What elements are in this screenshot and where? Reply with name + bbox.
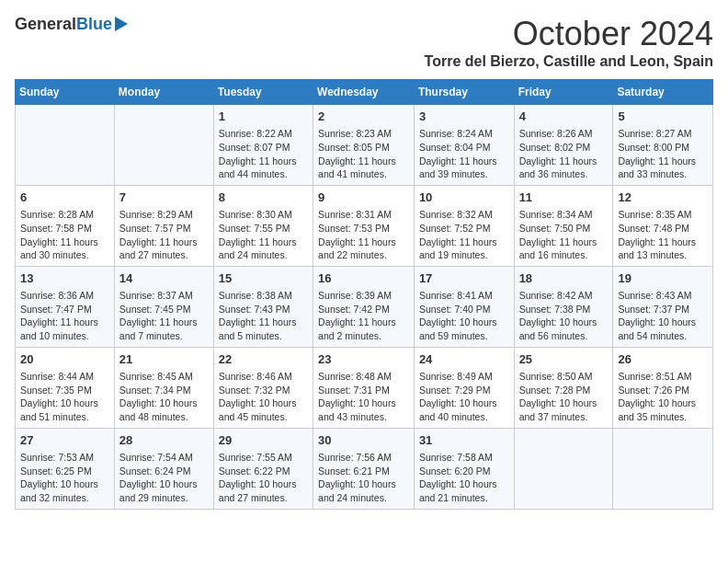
- day-number: 18: [519, 270, 609, 287]
- month-title: October 2024: [425, 15, 713, 53]
- day-info: Sunrise: 7:55 AM Sunset: 6:22 PM Dayligh…: [219, 451, 308, 505]
- day-info: Sunrise: 8:37 AM Sunset: 7:45 PM Dayligh…: [119, 289, 209, 343]
- day-number: 23: [318, 351, 409, 368]
- calendar-cell: 12Sunrise: 8:35 AM Sunset: 7:48 PM Dayli…: [613, 185, 713, 266]
- day-number: 17: [419, 270, 509, 287]
- page-header: General Blue October 2024 Torre del Bier…: [15, 15, 713, 70]
- day-number: 2: [318, 109, 409, 125]
- day-number: 3: [419, 109, 509, 125]
- calendar-cell: [16, 105, 115, 186]
- day-number: 22: [219, 351, 308, 368]
- day-info: Sunrise: 8:30 AM Sunset: 7:55 PM Dayligh…: [219, 208, 308, 262]
- day-header-tuesday: Tuesday: [213, 80, 313, 105]
- day-info: Sunrise: 8:41 AM Sunset: 7:40 PM Dayligh…: [419, 289, 509, 343]
- calendar-header-row: SundayMondayTuesdayWednesdayThursdayFrid…: [16, 80, 713, 105]
- day-info: Sunrise: 8:44 AM Sunset: 7:35 PM Dayligh…: [20, 370, 109, 424]
- calendar-cell: 9Sunrise: 8:31 AM Sunset: 7:53 PM Daylig…: [313, 185, 415, 266]
- day-info: Sunrise: 8:49 AM Sunset: 7:29 PM Dayligh…: [419, 370, 509, 424]
- day-info: Sunrise: 8:42 AM Sunset: 7:38 PM Dayligh…: [519, 289, 609, 343]
- day-info: Sunrise: 8:35 AM Sunset: 7:48 PM Dayligh…: [618, 208, 708, 262]
- day-number: 31: [419, 432, 509, 449]
- day-info: Sunrise: 8:23 AM Sunset: 8:05 PM Dayligh…: [318, 127, 409, 181]
- day-info: Sunrise: 8:31 AM Sunset: 7:53 PM Dayligh…: [318, 208, 409, 262]
- day-info: Sunrise: 8:38 AM Sunset: 7:43 PM Dayligh…: [219, 289, 308, 343]
- week-row-3: 13Sunrise: 8:36 AM Sunset: 7:47 PM Dayli…: [16, 266, 713, 347]
- calendar-cell: 15Sunrise: 8:38 AM Sunset: 7:43 PM Dayli…: [213, 266, 313, 347]
- day-info: Sunrise: 8:32 AM Sunset: 7:52 PM Dayligh…: [419, 208, 509, 262]
- day-info: Sunrise: 7:53 AM Sunset: 6:25 PM Dayligh…: [20, 451, 109, 505]
- calendar-cell: 19Sunrise: 8:43 AM Sunset: 7:37 PM Dayli…: [613, 266, 713, 347]
- day-info: Sunrise: 8:29 AM Sunset: 7:57 PM Dayligh…: [119, 208, 209, 262]
- day-info: Sunrise: 8:39 AM Sunset: 7:42 PM Dayligh…: [318, 289, 409, 343]
- day-number: 16: [318, 270, 409, 287]
- day-number: 10: [419, 190, 509, 206]
- calendar-cell: 14Sunrise: 8:37 AM Sunset: 7:45 PM Dayli…: [114, 266, 213, 347]
- day-number: 28: [119, 432, 209, 449]
- day-info: Sunrise: 7:58 AM Sunset: 6:20 PM Dayligh…: [419, 451, 509, 505]
- day-number: 14: [119, 270, 209, 287]
- day-number: 11: [519, 190, 609, 206]
- calendar-cell: 2Sunrise: 8:23 AM Sunset: 8:05 PM Daylig…: [313, 105, 415, 186]
- day-info: Sunrise: 8:50 AM Sunset: 7:28 PM Dayligh…: [519, 370, 609, 424]
- day-number: 12: [618, 190, 708, 206]
- day-info: Sunrise: 8:46 AM Sunset: 7:32 PM Dayligh…: [219, 370, 308, 424]
- calendar-cell: 13Sunrise: 8:36 AM Sunset: 7:47 PM Dayli…: [16, 266, 115, 347]
- day-info: Sunrise: 8:34 AM Sunset: 7:50 PM Dayligh…: [519, 208, 609, 262]
- day-header-sunday: Sunday: [16, 80, 115, 105]
- calendar-cell: 10Sunrise: 8:32 AM Sunset: 7:52 PM Dayli…: [414, 185, 514, 266]
- calendar-cell: 31Sunrise: 7:58 AM Sunset: 6:20 PM Dayli…: [414, 428, 514, 509]
- calendar-cell: 22Sunrise: 8:46 AM Sunset: 7:32 PM Dayli…: [213, 347, 313, 428]
- day-number: 15: [219, 270, 308, 287]
- calendar-cell: 11Sunrise: 8:34 AM Sunset: 7:50 PM Dayli…: [514, 185, 613, 266]
- day-info: Sunrise: 8:51 AM Sunset: 7:26 PM Dayligh…: [618, 370, 708, 424]
- calendar-cell: 26Sunrise: 8:51 AM Sunset: 7:26 PM Dayli…: [613, 347, 713, 428]
- logo-general-text: General: [15, 15, 76, 34]
- calendar-cell: 7Sunrise: 8:29 AM Sunset: 7:57 PM Daylig…: [114, 185, 213, 266]
- calendar-cell: 23Sunrise: 8:48 AM Sunset: 7:31 PM Dayli…: [313, 347, 415, 428]
- day-number: 8: [219, 190, 308, 206]
- week-row-2: 6Sunrise: 8:28 AM Sunset: 7:58 PM Daylig…: [16, 185, 713, 266]
- day-number: 1: [219, 109, 308, 125]
- logo-arrow-icon: [115, 17, 128, 31]
- calendar-cell: 6Sunrise: 8:28 AM Sunset: 7:58 PM Daylig…: [16, 185, 115, 266]
- calendar-cell: 21Sunrise: 8:45 AM Sunset: 7:34 PM Dayli…: [114, 347, 213, 428]
- day-header-friday: Friday: [514, 80, 613, 105]
- calendar-cell: 20Sunrise: 8:44 AM Sunset: 7:35 PM Dayli…: [16, 347, 115, 428]
- calendar-cell: 16Sunrise: 8:39 AM Sunset: 7:42 PM Dayli…: [313, 266, 415, 347]
- day-info: Sunrise: 8:26 AM Sunset: 8:02 PM Dayligh…: [519, 127, 609, 181]
- day-number: 29: [219, 432, 308, 449]
- week-row-1: 1Sunrise: 8:22 AM Sunset: 8:07 PM Daylig…: [16, 105, 713, 186]
- calendar-cell: 3Sunrise: 8:24 AM Sunset: 8:04 PM Daylig…: [414, 105, 514, 186]
- day-info: Sunrise: 8:24 AM Sunset: 8:04 PM Dayligh…: [419, 127, 509, 181]
- day-number: 21: [119, 351, 209, 368]
- day-info: Sunrise: 8:48 AM Sunset: 7:31 PM Dayligh…: [318, 370, 409, 424]
- week-row-5: 27Sunrise: 7:53 AM Sunset: 6:25 PM Dayli…: [16, 428, 713, 509]
- day-header-thursday: Thursday: [414, 80, 514, 105]
- calendar-cell: 18Sunrise: 8:42 AM Sunset: 7:38 PM Dayli…: [514, 266, 613, 347]
- calendar-cell: 28Sunrise: 7:54 AM Sunset: 6:24 PM Dayli…: [114, 428, 213, 509]
- day-number: 13: [20, 270, 109, 287]
- calendar-cell: 8Sunrise: 8:30 AM Sunset: 7:55 PM Daylig…: [213, 185, 313, 266]
- calendar-cell: 5Sunrise: 8:27 AM Sunset: 8:00 PM Daylig…: [613, 105, 713, 186]
- location-title: Torre del Bierzo, Castille and Leon, Spa…: [425, 53, 713, 70]
- day-number: 20: [20, 351, 109, 368]
- day-number: 27: [20, 432, 109, 449]
- title-block: October 2024 Torre del Bierzo, Castille …: [425, 15, 713, 70]
- calendar-cell: 25Sunrise: 8:50 AM Sunset: 7:28 PM Dayli…: [514, 347, 613, 428]
- calendar-cell: 27Sunrise: 7:53 AM Sunset: 6:25 PM Dayli…: [16, 428, 115, 509]
- calendar-cell: [114, 105, 213, 186]
- day-number: 19: [618, 270, 708, 287]
- week-row-4: 20Sunrise: 8:44 AM Sunset: 7:35 PM Dayli…: [16, 347, 713, 428]
- day-number: 24: [419, 351, 509, 368]
- day-number: 7: [119, 190, 209, 206]
- day-info: Sunrise: 8:36 AM Sunset: 7:47 PM Dayligh…: [20, 289, 109, 343]
- day-info: Sunrise: 8:27 AM Sunset: 8:00 PM Dayligh…: [618, 127, 708, 181]
- day-number: 4: [519, 109, 609, 125]
- day-info: Sunrise: 7:54 AM Sunset: 6:24 PM Dayligh…: [119, 451, 209, 505]
- day-header-monday: Monday: [114, 80, 213, 105]
- calendar-cell: 29Sunrise: 7:55 AM Sunset: 6:22 PM Dayli…: [213, 428, 313, 509]
- calendar-table: SundayMondayTuesdayWednesdayThursdayFrid…: [15, 79, 713, 510]
- day-number: 5: [618, 109, 708, 125]
- logo-blue-text: Blue: [76, 15, 112, 34]
- day-info: Sunrise: 8:45 AM Sunset: 7:34 PM Dayligh…: [119, 370, 209, 424]
